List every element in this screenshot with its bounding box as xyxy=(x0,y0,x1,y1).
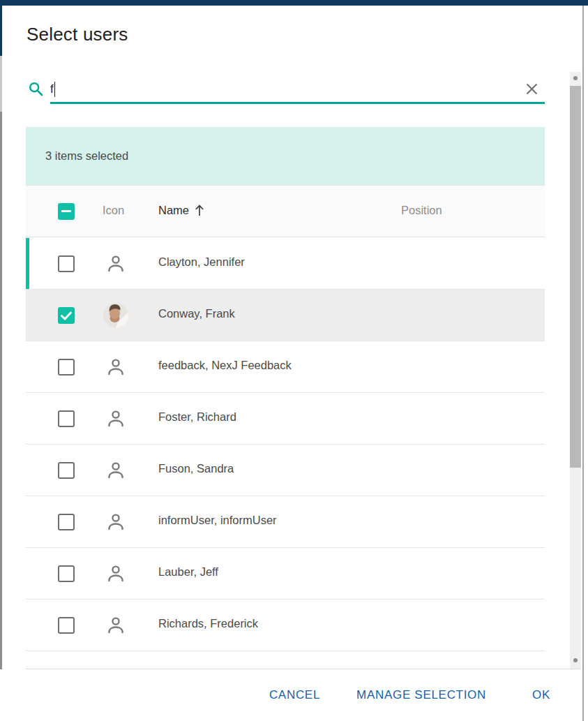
scroll-down-arrow[interactable] xyxy=(573,658,578,662)
manage-selection-button[interactable]: MANAGE SELECTION xyxy=(351,684,492,706)
user-name: Richards, Frederick xyxy=(158,617,258,630)
person-icon xyxy=(105,563,127,585)
select-all-checkbox[interactable] xyxy=(58,203,75,220)
user-row[interactable]: Conway, Frank xyxy=(26,290,545,341)
search-input[interactable]: f xyxy=(50,79,532,100)
user-row[interactable] xyxy=(26,651,545,669)
dialog-title: Select users xyxy=(27,24,128,45)
user-row[interactable]: feedback, NexJ Feedback xyxy=(26,341,545,393)
sort-ascending-icon xyxy=(194,204,205,217)
user-rows: Clayton, Jennifer xyxy=(26,238,545,669)
person-icon xyxy=(105,253,127,275)
search-icon xyxy=(28,81,44,97)
window-right-edge xyxy=(582,6,584,721)
table-header: Icon Name Position xyxy=(26,185,545,237)
user-row[interactable]: Lauber, Jeff xyxy=(26,548,545,600)
scroll-up-arrow[interactable] xyxy=(573,76,578,80)
person-icon xyxy=(105,408,127,430)
user-row[interactable]: Foster, Richard xyxy=(26,393,545,445)
user-name: Conway, Frank xyxy=(158,307,235,320)
row-checkbox[interactable] xyxy=(58,565,75,582)
search-input-value: f xyxy=(50,82,54,96)
scrollbar-thumb[interactable] xyxy=(570,86,581,468)
column-header-icon: Icon xyxy=(103,204,124,217)
user-name: informUser, informUser xyxy=(158,514,277,527)
user-name: feedback, NexJ Feedback xyxy=(158,359,292,372)
avatar xyxy=(103,303,128,328)
column-header-position: Position xyxy=(401,204,442,217)
user-row[interactable]: informUser, informUser xyxy=(26,496,545,548)
row-checkbox[interactable] xyxy=(58,617,75,634)
user-row[interactable]: Richards, Frederick xyxy=(26,600,545,651)
select-users-dialog: Select users f 3 items selected Icon Nam… xyxy=(0,0,588,721)
user-name: Lauber, Jeff xyxy=(158,565,218,579)
person-icon xyxy=(105,356,127,378)
person-icon xyxy=(105,459,127,482)
window-top-edge xyxy=(0,0,588,6)
selection-count-banner: 3 items selected xyxy=(26,127,545,185)
row-checkbox[interactable] xyxy=(58,410,75,427)
row-checkbox[interactable] xyxy=(58,514,75,530)
row-checkbox[interactable] xyxy=(58,255,75,272)
window-left-edge xyxy=(0,0,2,721)
selection-count-text: 3 items selected xyxy=(45,149,128,163)
column-header-name[interactable]: Name xyxy=(158,204,205,217)
user-name: Clayton, Jennifer xyxy=(158,255,245,269)
cancel-button[interactable]: CANCEL xyxy=(264,684,326,706)
row-checkbox[interactable] xyxy=(58,359,75,376)
user-name: Foster, Richard xyxy=(158,410,236,424)
search-underline xyxy=(50,102,545,104)
ok-button[interactable]: OK xyxy=(527,684,556,706)
scrollbar-track[interactable] xyxy=(570,72,581,669)
dialog-footer: CANCEL MANAGE SELECTION OK xyxy=(0,669,556,721)
row-checkbox[interactable] xyxy=(58,307,75,324)
text-cursor xyxy=(54,82,56,97)
user-row[interactable]: Fuson, Sandra xyxy=(26,445,545,496)
person-icon xyxy=(105,511,127,533)
user-name: Fuson, Sandra xyxy=(158,462,234,475)
row-checkbox[interactable] xyxy=(58,462,75,479)
clear-search-icon[interactable] xyxy=(524,81,540,97)
person-icon xyxy=(105,614,127,637)
user-row[interactable]: Clayton, Jennifer xyxy=(26,238,545,290)
